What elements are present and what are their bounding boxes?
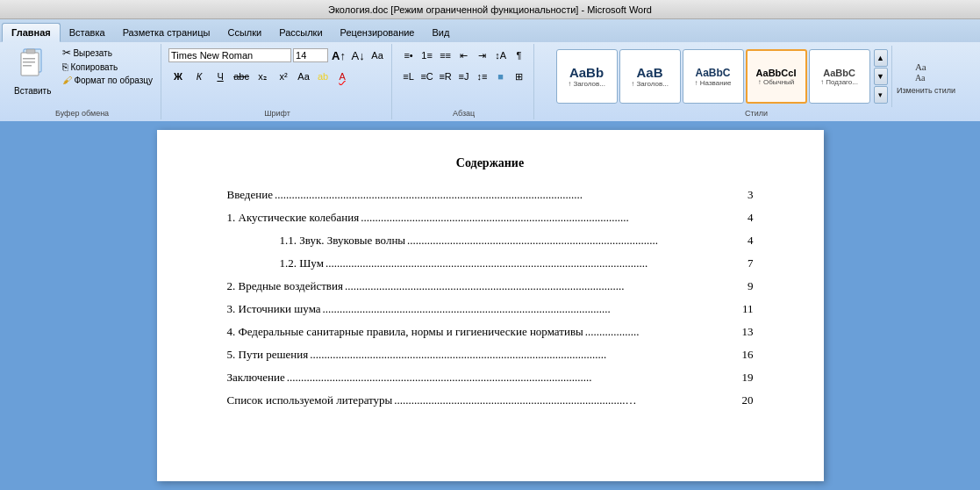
borders-button[interactable]: ⊞ xyxy=(511,68,528,85)
style-normal[interactable]: AaBbCcI ↑ Обычный xyxy=(746,49,807,104)
style-heading2[interactable]: AaB ↑ Заголов... xyxy=(619,49,681,104)
tab-home[interactable]: Главная xyxy=(2,23,61,42)
svg-text:Аа: Аа xyxy=(915,61,926,72)
toc-dots-7: ........................................… xyxy=(310,348,740,362)
toc-page-9: 20 xyxy=(742,393,754,407)
underline-button[interactable]: Ч xyxy=(211,68,230,85)
toc-dots-8: ........................................… xyxy=(287,371,740,385)
font-size-input[interactable] xyxy=(293,48,328,62)
grow-font-button[interactable]: A↑ xyxy=(330,47,347,64)
toc-container: Введение................................… xyxy=(227,188,754,407)
toc-page-7: 16 xyxy=(742,348,754,362)
font-row1: A↑ A↓ Aa xyxy=(168,46,386,65)
tab-references[interactable]: Ссылки xyxy=(218,23,270,42)
ribbon-tabs: Главная Вставка Разметка страницы Ссылки… xyxy=(0,19,980,42)
toc-page-4: 9 xyxy=(748,279,754,293)
font-group-label: Шрифт xyxy=(264,107,290,118)
toc-dots-9: ........................................… xyxy=(394,393,740,407)
toc-entry-9: Список используемой литературы..........… xyxy=(227,393,754,407)
toc-dots-3: ........................................… xyxy=(325,256,746,270)
svg-rect-4 xyxy=(23,61,35,63)
title-bar: Экология.doc [Режим ограниченной функцио… xyxy=(0,0,980,19)
styles-gallery: AaBb ↑ Заголов... AaB ↑ Заголов... AaBbC… xyxy=(556,46,888,107)
style-title[interactable]: AaBbC ↑ Название xyxy=(683,49,744,104)
paragraph-group: ≡• 1≡ ≡≡ ⇤ ⇥ ↕A ¶ ≡L ≡C ≡R ≡J ↕≡ ■ ⊞ Абз… xyxy=(394,44,534,119)
paste-button[interactable]: Вставить xyxy=(9,46,56,97)
toc-page-1: 4 xyxy=(748,211,754,225)
bold-button[interactable]: Ж xyxy=(168,68,188,85)
text-effects-button[interactable]: Aa xyxy=(295,68,312,85)
para-row2: ≡L ≡C ≡R ≡J ↕≡ ■ ⊞ xyxy=(400,67,528,86)
copy-button[interactable]: ⎘ Копировать xyxy=(60,61,155,73)
style-heading1[interactable]: AaBb ↑ Заголов... xyxy=(556,49,618,104)
font-row2: Ж К Ч abc x₂ x² Aa ab A xyxy=(168,67,351,86)
align-center-button[interactable]: ≡C xyxy=(418,68,436,85)
tab-mailings[interactable]: Рассылки xyxy=(270,23,331,42)
toc-entry-3: 1.2. Шум................................… xyxy=(227,256,754,270)
multilevel-list-button[interactable]: ≡≡ xyxy=(437,47,454,64)
toc-dots-6: ................... xyxy=(585,325,740,339)
toc-dots-5: ........................................… xyxy=(323,302,740,316)
tab-insert[interactable]: Вставка xyxy=(61,23,114,42)
styles-expand[interactable]: ▾ xyxy=(874,86,888,104)
document-page: Содержание Введение.....................… xyxy=(157,130,824,481)
format-painter-button[interactable]: 🖌 Формат по образцу xyxy=(60,74,155,86)
align-left-button[interactable]: ≡L xyxy=(400,68,418,85)
svg-rect-3 xyxy=(23,58,35,60)
toc-entry-4: 2. Вредные воздействия..................… xyxy=(227,279,754,293)
tab-review[interactable]: Рецензирование xyxy=(332,23,424,42)
toc-text-8: Заключение xyxy=(227,371,285,385)
sort-button[interactable]: ↕A xyxy=(492,47,510,64)
justify-button[interactable]: ≡J xyxy=(455,68,473,85)
numbered-list-button[interactable]: 1≡ xyxy=(418,47,436,64)
toc-text-4: 2. Вредные воздействия xyxy=(227,279,343,293)
show-marks-button[interactable]: ¶ xyxy=(511,47,528,64)
style-subtitle[interactable]: AaBbC ↑ Подзаго... xyxy=(809,49,870,104)
toc-text-3: 1.2. Шум xyxy=(280,256,324,270)
subscript-button[interactable]: x₂ xyxy=(253,68,272,85)
change-style-button[interactable]: Аа Аа Изменить стили xyxy=(896,58,957,95)
paste-icon xyxy=(17,47,48,86)
styles-divider xyxy=(891,46,892,107)
shrink-font-button[interactable]: A↓ xyxy=(349,47,367,64)
toc-page-5: 11 xyxy=(742,302,754,316)
toc-text-1: 1. Акустические колебания xyxy=(227,211,360,225)
title-text: Экология.doc [Режим ограниченной функцио… xyxy=(328,4,652,15)
toc-text-7: 5. Пути решения xyxy=(227,348,309,362)
toc-page-8: 19 xyxy=(742,371,754,385)
toc-entry-7: 5. Пути решения.........................… xyxy=(227,348,754,362)
superscript-button[interactable]: x² xyxy=(274,68,293,85)
font-name-input[interactable] xyxy=(168,48,291,62)
strikethrough-button[interactable]: abc xyxy=(232,68,251,85)
clipboard-group-label: Буфер обмена xyxy=(55,107,109,118)
styles-scroll-up[interactable]: ▲ xyxy=(874,49,888,67)
toc-entry-2: 1.1. Звук. Звуковые волны...............… xyxy=(227,234,754,248)
cut-button[interactable]: ✂ Вырезать xyxy=(60,46,155,60)
highlight-color-button[interactable]: ab xyxy=(314,68,332,85)
shading-button[interactable]: ■ xyxy=(492,68,510,85)
line-spacing-button[interactable]: ↕≡ xyxy=(474,68,491,85)
bullets-button[interactable]: ≡• xyxy=(400,47,418,64)
toc-page-6: 13 xyxy=(742,325,754,339)
align-right-button[interactable]: ≡R xyxy=(437,68,454,85)
styles-group: AaBb ↑ Заголов... AaB ↑ Заголов... AaBbC… xyxy=(536,44,976,119)
increase-indent-button[interactable]: ⇥ xyxy=(474,47,491,64)
toc-entry-6: 4. Федеральные санитарные правила, нормы… xyxy=(227,325,754,339)
italic-button[interactable]: К xyxy=(190,68,209,85)
toc-title: Содержание xyxy=(227,156,754,170)
styles-scroll-down[interactable]: ▼ xyxy=(874,68,888,85)
clipboard-mini-buttons: ✂ Вырезать ⎘ Копировать 🖌 Формат по обра… xyxy=(60,46,155,86)
styles-group-label: Стили xyxy=(745,107,768,118)
decrease-indent-button[interactable]: ⇤ xyxy=(455,47,473,64)
toc-text-5: 3. Источники шума xyxy=(227,302,321,316)
toc-entry-0: Введение................................… xyxy=(227,188,754,202)
tab-view[interactable]: Вид xyxy=(424,23,459,42)
para-row1: ≡• 1≡ ≡≡ ⇤ ⇥ ↕A ¶ xyxy=(400,46,528,65)
svg-rect-2 xyxy=(26,49,35,54)
font-color-button[interactable]: A xyxy=(333,68,351,85)
clear-format-button[interactable]: Aa xyxy=(368,47,386,64)
tab-layout[interactable]: Разметка страницы xyxy=(114,23,219,42)
toc-entry-8: Заключение..............................… xyxy=(227,371,754,385)
font-group: A↑ A↓ Aa Ж К Ч abc x₂ x² Aa ab A Шрифт xyxy=(163,44,392,119)
ribbon-content: Вставить ✂ Вырезать ⎘ Копировать 🖌 Форма… xyxy=(0,42,980,121)
